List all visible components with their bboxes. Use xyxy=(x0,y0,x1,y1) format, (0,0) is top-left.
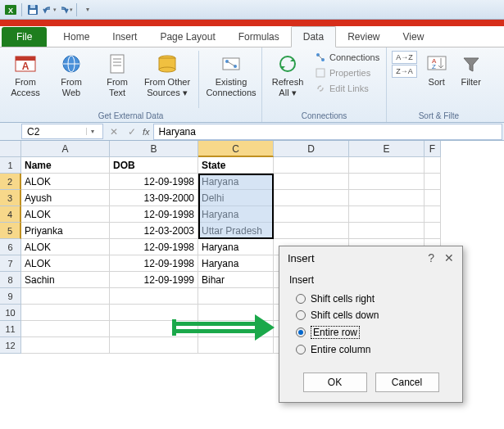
cell[interactable] xyxy=(349,174,425,190)
column-header[interactable]: C xyxy=(198,141,274,157)
radio-option[interactable]: Shift cells right xyxy=(289,291,452,307)
cell[interactable]: State xyxy=(198,157,274,174)
cell[interactable] xyxy=(21,288,110,305)
cell[interactable]: 13-09-2000 xyxy=(110,190,198,206)
cell[interactable]: Name xyxy=(21,157,110,174)
refresh-all-button[interactable]: Refresh All ▾ xyxy=(267,51,308,98)
tab-page-layout[interactable]: Page Layout xyxy=(148,27,226,47)
cell[interactable]: Sachin xyxy=(21,272,110,288)
cell[interactable]: Delhi xyxy=(198,190,274,206)
cell[interactable] xyxy=(349,223,425,239)
tab-data[interactable]: Data xyxy=(291,26,336,47)
cell[interactable] xyxy=(110,288,198,305)
column-header[interactable]: D xyxy=(274,141,349,157)
redo-icon[interactable]: ▾ xyxy=(58,2,73,17)
cell[interactable] xyxy=(274,157,349,174)
cell[interactable]: Haryana xyxy=(198,239,274,255)
cell[interactable] xyxy=(349,190,425,206)
properties-button[interactable]: Properties xyxy=(313,66,381,79)
tab-home[interactable]: Home xyxy=(52,27,101,47)
cell[interactable]: Priyanka xyxy=(21,223,110,239)
row-header[interactable]: 8 xyxy=(0,272,21,288)
from-other-sources-button[interactable]: From Other Sources ▾ xyxy=(143,51,192,98)
connections-button[interactable]: Connections xyxy=(313,51,381,64)
cell[interactable]: Uttar Pradesh xyxy=(198,223,274,239)
cancel-button[interactable]: Cancel xyxy=(375,373,439,392)
cell[interactable]: Bihar xyxy=(198,272,274,288)
row-header[interactable]: 4 xyxy=(0,206,21,223)
help-icon[interactable]: ? xyxy=(428,251,434,264)
cell[interactable] xyxy=(349,206,425,223)
cell[interactable] xyxy=(425,174,441,190)
cancel-formula-icon[interactable]: ✕ xyxy=(107,126,121,138)
cell[interactable]: 12-09-1998 xyxy=(110,174,198,190)
row-header[interactable]: 1 xyxy=(0,157,21,174)
cell[interactable] xyxy=(274,223,349,239)
cell[interactable]: 12-09-1999 xyxy=(110,272,198,288)
row-header[interactable]: 5 xyxy=(0,223,21,239)
radio-option[interactable]: Shift cells down xyxy=(289,307,452,323)
cell[interactable]: Haryana xyxy=(198,255,274,272)
tab-view[interactable]: View xyxy=(392,27,436,47)
cell[interactable] xyxy=(425,157,441,174)
cell[interactable] xyxy=(198,288,274,305)
sort-za-button[interactable]: Z→A xyxy=(392,65,417,78)
qat-customize-icon[interactable]: ▾ xyxy=(80,2,95,17)
sort-az-button[interactable]: A→Z xyxy=(392,51,417,64)
existing-connections-button[interactable]: Existing Connections xyxy=(206,51,257,98)
cell[interactable]: Ayush xyxy=(21,190,110,206)
cell[interactable]: 12-03-2003 xyxy=(110,223,198,239)
cell[interactable] xyxy=(425,223,441,239)
radio-option[interactable]: Entire column xyxy=(289,341,452,358)
excel-icon[interactable]: X xyxy=(3,2,18,17)
ok-button[interactable]: OK xyxy=(303,373,367,392)
radio-option[interactable]: Entire row xyxy=(289,323,452,341)
cell[interactable] xyxy=(21,337,110,354)
save-icon[interactable] xyxy=(25,2,40,17)
column-header[interactable]: F xyxy=(425,141,441,157)
cell[interactable]: ALOK xyxy=(21,239,110,255)
column-header[interactable]: B xyxy=(110,141,198,157)
close-icon[interactable]: ✕ xyxy=(444,251,454,264)
cell[interactable] xyxy=(21,305,110,321)
cell[interactable]: 12-09-1998 xyxy=(110,255,198,272)
cell[interactable] xyxy=(425,190,441,206)
filter-button[interactable]: Filter xyxy=(456,51,486,88)
enter-formula-icon[interactable]: ✓ xyxy=(125,126,139,138)
tab-formulas[interactable]: Formulas xyxy=(227,27,291,47)
row-header[interactable]: 9 xyxy=(0,288,21,305)
name-box[interactable]: C2 ▾ xyxy=(21,124,103,139)
cell[interactable] xyxy=(349,157,425,174)
tab-insert[interactable]: Insert xyxy=(101,27,148,47)
row-header[interactable]: 12 xyxy=(0,337,21,354)
row-header[interactable]: 6 xyxy=(0,239,21,255)
row-header[interactable]: 2 xyxy=(0,174,21,190)
cell[interactable] xyxy=(274,190,349,206)
row-header[interactable]: 3 xyxy=(0,190,21,206)
select-all-corner[interactable] xyxy=(0,141,21,157)
row-header[interactable]: 10 xyxy=(0,305,21,321)
cell[interactable]: Haryana xyxy=(198,206,274,223)
cell[interactable] xyxy=(274,206,349,223)
sort-button[interactable]: AZSort xyxy=(422,51,452,88)
cell[interactable]: 12-09-1998 xyxy=(110,239,198,255)
cell[interactable]: ALOK xyxy=(21,206,110,223)
undo-icon[interactable]: ▾ xyxy=(42,2,57,17)
tab-review[interactable]: Review xyxy=(336,27,391,47)
chevron-down-icon[interactable]: ▾ xyxy=(86,128,98,135)
cell[interactable] xyxy=(425,206,441,223)
cell[interactable]: ALOK xyxy=(21,255,110,272)
cell[interactable]: 12-09-1998 xyxy=(110,206,198,223)
column-header[interactable]: A xyxy=(21,141,110,157)
tab-file[interactable]: File xyxy=(2,27,47,47)
cell[interactable]: Haryana xyxy=(198,174,274,190)
from-access-button[interactable]: AFrom Access xyxy=(5,51,46,98)
cell[interactable] xyxy=(274,174,349,190)
cell[interactable]: ALOK xyxy=(21,174,110,190)
row-header[interactable]: 11 xyxy=(0,321,21,337)
cell[interactable] xyxy=(110,305,198,321)
fx-icon[interactable]: fx xyxy=(143,127,150,137)
cell[interactable] xyxy=(21,321,110,337)
row-header[interactable]: 7 xyxy=(0,255,21,272)
cell[interactable] xyxy=(110,337,198,354)
